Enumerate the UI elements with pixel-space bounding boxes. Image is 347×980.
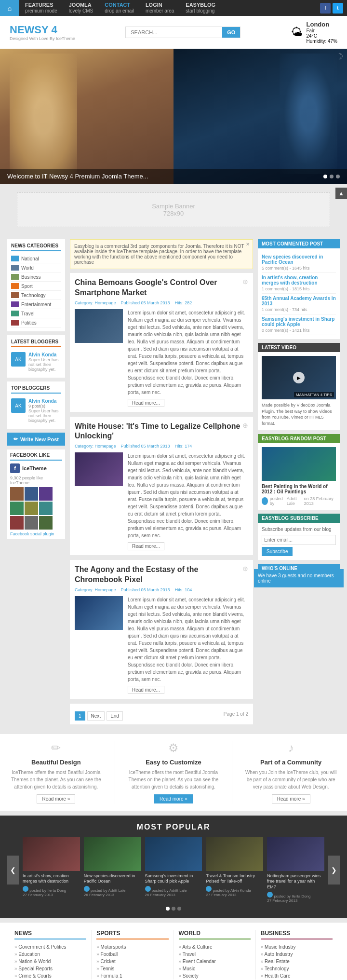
- nav-item-features[interactable]: FEATURES premium mode: [19, 2, 63, 14]
- footer-link-news-5[interactable]: Crime & Courts: [14, 972, 86, 980]
- article-2-read-more[interactable]: Read more...: [128, 542, 164, 550]
- weather-icon: 🌤: [291, 26, 303, 39]
- popular-item-title-3[interactable]: Samsung's investment in Sharp could pick…: [145, 873, 202, 885]
- footer-link-sports-2[interactable]: Football: [96, 951, 168, 958]
- footer-link-sports-1[interactable]: Motorsports: [96, 943, 168, 951]
- article-3-title[interactable]: The Agony and the Ecstasy of the Chromeb…: [75, 565, 242, 585]
- fb-thumb-5: [25, 502, 38, 515]
- notice-close-button[interactable]: ✕: [246, 242, 250, 247]
- popular-item-title-4[interactable]: Travel & Tourism Industry Poised for Tak…: [206, 873, 263, 885]
- fb-header: f IceTheme: [10, 463, 62, 473]
- nav-item-login[interactable]: LOGIN member area: [140, 2, 180, 14]
- write-new-post-button[interactable]: ✏ Write New Post: [7, 433, 65, 446]
- most-popular-section: MOST POPULAR ❮ In artist's show, creatio…: [0, 816, 347, 918]
- search-button[interactable]: GO: [222, 27, 240, 38]
- article-1-category[interactable]: Homepage: [95, 300, 116, 305]
- top-bloggers-title: TOP BLOGGERS: [11, 385, 61, 394]
- footer-link-business-1[interactable]: Music Industry: [261, 943, 333, 951]
- footer-link-world-4[interactable]: Music: [179, 965, 251, 972]
- footer-link-world-2[interactable]: Travel: [179, 951, 251, 958]
- nav-item-easyblog[interactable]: EASYBLOG start blogging: [180, 2, 221, 14]
- footer-link-business-4[interactable]: Technology: [261, 965, 333, 972]
- cat-technology[interactable]: Technology: [11, 291, 61, 300]
- footer-link-world-1[interactable]: Arts & Culture: [179, 943, 251, 951]
- article-2-category[interactable]: Homepage: [95, 444, 116, 449]
- write-icon: ✏: [13, 436, 18, 442]
- commented-title-3[interactable]: 65th Annual Academy Awards in 2013: [262, 296, 336, 306]
- article-3-category[interactable]: Homepage: [95, 587, 116, 592]
- article-1-hits: Hits: 282: [175, 300, 192, 305]
- feature-title-1: Beautiful Design: [7, 759, 105, 766]
- article-1-title[interactable]: China Bemoans Google's Control Over Smar…: [75, 278, 242, 298]
- hero-dot-1[interactable]: [323, 175, 327, 178]
- home-icon: ⌂: [8, 4, 12, 12]
- notice-text: Easyblog is a commercial 3rd party compo…: [74, 244, 244, 265]
- article-2-expand[interactable]: ⊕: [242, 422, 248, 429]
- footer-link-news-3[interactable]: Nation & World: [14, 958, 86, 965]
- blogger-name-1[interactable]: Alvin Konda: [28, 352, 61, 357]
- carousel-next-button[interactable]: ❯: [328, 856, 340, 885]
- popular-item-title-1[interactable]: In artist's show, creation merges with d…: [23, 873, 80, 885]
- commented-title-1[interactable]: New species discovered in Pacific Ocean: [262, 254, 336, 265]
- cat-national[interactable]: National: [11, 254, 61, 263]
- cat-world[interactable]: World: [11, 263, 61, 272]
- footer-link-news-1[interactable]: Government & Politics: [14, 943, 86, 951]
- article-1-read-more[interactable]: Read more...: [128, 399, 164, 407]
- page-next-button[interactable]: Next: [87, 711, 105, 721]
- footer-link-news-2[interactable]: Education: [14, 951, 86, 958]
- cat-entertainment[interactable]: Entertainment: [11, 300, 61, 309]
- top-blogger-sub-1: Super User has not set their biography y…: [28, 408, 61, 423]
- article-1-expand[interactable]: ⊕: [242, 278, 248, 286]
- footer-link-business-2[interactable]: Auto Industry: [261, 951, 333, 958]
- nav-item-contact[interactable]: CONTACT drop an email: [99, 2, 140, 14]
- facebook-social-btn[interactable]: f: [320, 3, 331, 14]
- popular-item-title-5[interactable]: Nottingham passenger wins free travel fo…: [267, 873, 324, 890]
- article-2-image: [75, 452, 123, 486]
- scroll-top-button[interactable]: ▲: [335, 188, 347, 199]
- hero-dot-2[interactable]: [330, 175, 334, 178]
- article-2-title[interactable]: White House: 'It's Time to Legalize Cell…: [75, 422, 242, 442]
- commented-title-2[interactable]: In artist's show, creation merges with d…: [262, 275, 336, 286]
- banner-text: Sample Banner: [152, 203, 195, 210]
- popular-item-title-2[interactable]: New species discovered in Pacific Ocean: [84, 873, 141, 885]
- video-play-button[interactable]: ▶: [293, 372, 305, 383]
- top-blogger-name-1[interactable]: Alvin Konda: [28, 398, 61, 404]
- cat-sport[interactable]: Sport: [11, 282, 61, 291]
- popular-dot-2[interactable]: [172, 907, 175, 911]
- home-button[interactable]: ⌂: [0, 0, 19, 16]
- video-thumbnail[interactable]: ▶ MANHATTAN 4 TIPS: [262, 356, 336, 399]
- subscribe-button[interactable]: Subscribe: [262, 547, 293, 556]
- search-input[interactable]: [126, 27, 222, 38]
- hero-dot-3[interactable]: [336, 175, 340, 178]
- fb-page-link[interactable]: Facebook social plugin: [10, 531, 62, 536]
- footer-link-sports-5[interactable]: Formula 1: [96, 972, 168, 980]
- footer-link-business-3[interactable]: Real Estate: [261, 958, 333, 965]
- popular-date-3: 26 February 2013: [145, 893, 175, 897]
- popular-thumb-4: [206, 837, 263, 871]
- article-3-expand[interactable]: ⊕: [242, 565, 248, 572]
- random-post-article-title[interactable]: Best Painting in the World of 2012 : Oil…: [262, 484, 336, 494]
- feature-btn-2[interactable]: Read more »: [154, 794, 193, 803]
- cat-politics[interactable]: Politics: [11, 318, 61, 327]
- feature-btn-1[interactable]: Read more »: [37, 794, 75, 803]
- footer-link-world-5[interactable]: Society: [179, 972, 251, 980]
- footer-link-news-4[interactable]: Special Reports: [14, 965, 86, 972]
- footer-link-sports-3[interactable]: Cricket: [96, 958, 168, 965]
- cat-travel[interactable]: Travel: [11, 309, 61, 318]
- feature-btn-3[interactable]: Read more »: [272, 794, 310, 803]
- nav-item-joomla[interactable]: JOOMLA lovely CMS: [63, 2, 99, 14]
- footer-link-business-5[interactable]: Health Care: [261, 972, 333, 980]
- fb-thumb-6: [39, 502, 53, 515]
- footer-link-world-3[interactable]: Event Calendar: [179, 958, 251, 965]
- subscribe-email-input[interactable]: [262, 535, 336, 545]
- article-3-read-more[interactable]: Read more...: [128, 686, 164, 694]
- popular-dot-3[interactable]: [177, 907, 181, 911]
- popular-dot-1[interactable]: [166, 907, 170, 911]
- footer-link-sports-4[interactable]: Tennis: [96, 965, 168, 972]
- carousel-prev-button[interactable]: ❮: [7, 856, 19, 885]
- page-end-button[interactable]: End: [107, 711, 123, 721]
- page-1-button[interactable]: 1: [75, 711, 85, 721]
- commented-title-4[interactable]: Samsung's investment in Sharp could pick…: [262, 316, 336, 327]
- cat-business[interactable]: Business: [11, 272, 61, 282]
- twitter-social-btn[interactable]: t: [333, 3, 343, 14]
